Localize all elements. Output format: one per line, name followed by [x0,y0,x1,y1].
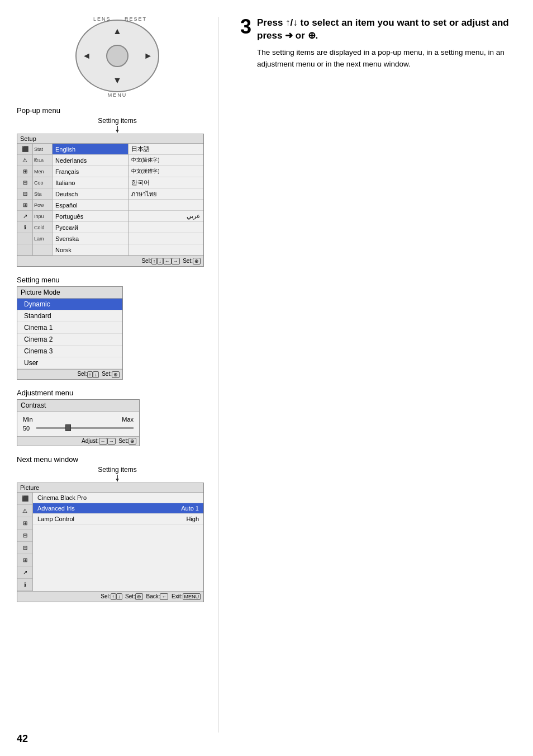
next-item-lamp-control-label: Lamp Control [37,516,74,522]
step-number: 3 [240,17,251,37]
popup-icon-9 [17,233,32,244]
adjustment-menu-section: Adjustment menu Contrast Min Max 50 Adju… [17,389,218,446]
popup-cell-de: Deutsch [53,188,128,200]
lens-label: LENS [93,16,111,22]
up-down-arrows: ↑/↓ [285,17,298,28]
popup-label-3: Men [33,166,52,177]
sel-up-set-btn: ↑ [87,371,93,378]
setting-item-cinema1: Cinema 1 [17,322,122,334]
adj-left-btn: ← [99,438,107,445]
setting-menu: Picture Mode Dynamic Standard Cinema 1 C… [17,286,123,379]
setting-menu-section: Setting menu Picture Mode Dynamic Standa… [17,276,218,379]
setting-item-standard: Standard [17,310,122,322]
step-heading-text: Press ↑/↓ to select an item you want to … [257,17,514,70]
popup-section: Pop-up menu Setting items Setup ⬛ ⚠ ⊞ ⊟ … [17,106,218,267]
popup-header: Setup [17,134,203,144]
next-item-lamp-control-value: High [186,516,199,522]
next-item-lamp-control: Lamp Control High [33,514,203,525]
popup-label-7: Inpu [33,211,52,222]
set-btn-adjust: ⊕ [129,438,136,445]
popup-icon-5: ⊟ [17,188,32,200]
arrow-right-symbol: ➜ [285,30,293,41]
setting-item-cinema3: Cinema 3 [17,346,122,357]
slider-track [36,427,134,429]
popup-cell-empty4 [129,244,204,256]
next-setting-items-label: Setting items [17,466,218,474]
adjust-slider-labels: Min Max [23,416,134,423]
next-item-advanced-iris: Advanced Iris Auto 1 [33,503,203,514]
next-icon-5: ⊟ [17,542,32,554]
setting-item-cinema2: Cinema 2 [17,334,122,346]
popup-cell-empty3 [129,233,204,244]
popup-cell-no: Norsk [53,244,128,256]
setting-item-dynamic: Dynamic [17,299,122,310]
sel-right-btn: → [172,258,180,264]
next-section-label: Next menu window [17,455,218,464]
next-item-advanced-iris-value: Auto 1 [181,505,199,512]
nxt-set-btn: ⊕ [135,593,143,600]
popup-label-9: Lam [33,233,52,244]
next-icon-4: ⊟ [17,530,32,542]
nxt-back-btn: ← [160,593,168,600]
arrow-down-line-popup [117,126,118,133]
adjust-menu: Contrast Min Max 50 Adjust:←→ Set:⊕ [17,399,140,446]
sel-down-set-btn: ↓ [93,371,99,378]
next-icon-7: ↗ [17,566,32,579]
popup-body: ⬛ ⚠ ⊞ ⊟ ⊟ ⊞ ↗ ℹ Stat 欧La Men Coo [17,144,203,256]
popup-footer: Sel:↑↓←→ Set:⊕ [17,256,203,266]
arrow-down-line-next [117,475,118,481]
step-description: The setting items are displayed in a pop… [257,47,514,70]
popup-icons-col: ⬛ ⚠ ⊞ ⊟ ⊟ ⊞ ↗ ℹ [17,144,33,256]
popup-cell-zh-hant: 中文(漢體字) [129,166,204,177]
page-number: 42 [17,733,28,745]
popup-icon-4: ⊟ [17,177,32,188]
popup-cell-pt: Português [53,211,128,222]
set-btn-setting: ⊕ [112,371,120,378]
adjust-body: Min Max 50 [17,412,139,436]
popup-icon-8: ℹ [17,222,32,233]
sel-left-btn: ← [163,258,172,264]
next-footer: Sel:↑↓ Set:⊕ Back:← Exit:MENU [17,591,203,602]
popup-cell-nl: Nederlands [53,155,128,166]
arrow-up-icon: ▲ [113,26,122,36]
remote-image: LENS RESET ▲ ▼ ◄ ► MENU [73,17,162,95]
next-header: Picture [17,483,203,493]
adjust-header: Contrast [17,400,139,412]
next-icons-col: ⬛ ⚠ ⊞ ⊟ ⊟ ⊞ ↗ ℹ [17,493,33,591]
next-icon-1: ⬛ [17,493,32,505]
popup-cell-th: ภาษาไทย [129,188,204,200]
popup-col1: English Nederlands Français Italiano Deu… [53,144,129,256]
popup-icon-6: ⊞ [17,200,32,211]
popup-cell-empty2 [129,222,204,233]
adjust-value: 50 [23,425,34,432]
popup-label-6: Pow [33,200,52,211]
adjust-footer: Adjust:←→ Set:⊕ [17,436,139,446]
popup-cell-ko: 한국어 [129,177,204,188]
popup-cell-ar: عربي [129,211,204,222]
right-column: 3 Press ↑/↓ to select an item you want t… [240,17,514,78]
popup-label-8: Cold [33,222,52,233]
nxt-up-btn: ↑ [111,593,117,600]
popup-cell-zh-hans: 中文(简体字) [129,155,204,166]
adjust-max-label: Max [122,416,134,423]
sel-up-btn: ↑ [151,258,158,264]
remote-center-button [106,45,129,67]
next-item-advanced-iris-label: Advanced Iris [37,505,75,512]
adjust-min-label: Min [23,416,33,423]
popup-icon-1: ⬛ [17,144,32,155]
setting-menu-header: Picture Mode [17,287,122,299]
next-body: ⬛ ⚠ ⊞ ⊟ ⊟ ⊞ ↗ ℹ Cinema Black Pro [17,493,203,591]
popup-cell-empty1 [129,200,204,211]
arrow-indicator-next [17,475,218,481]
popup-cell-english: English [53,144,128,155]
popup-cell-ja: 日本語 [129,144,204,155]
reset-label: RESET [125,16,147,22]
remote-circle: LENS RESET ▲ ▼ ◄ ► MENU [75,20,159,92]
adjust-slider-row: 50 [23,425,134,432]
popup-cell-fr: Français [53,166,128,177]
arrow-indicator-popup [17,126,218,133]
popup-label-5: Sta [33,188,52,200]
popup-content: English Nederlands Français Italiano Deu… [53,144,203,256]
sel-down-btn: ↓ [157,258,163,264]
step-title: Press ↑/↓ to select an item you want to … [257,17,514,42]
